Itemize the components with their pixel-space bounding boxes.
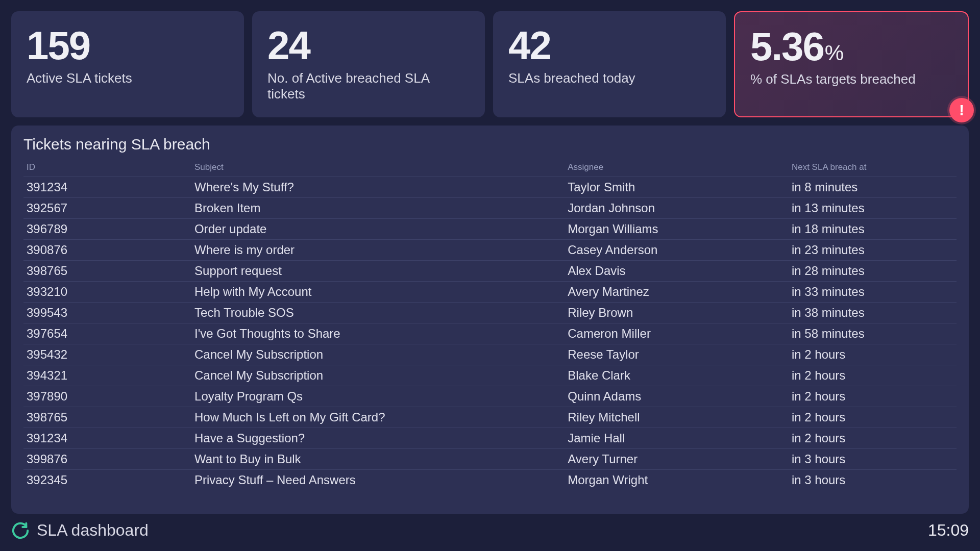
table-row[interactable]: 399876Want to Buy in BulkAvery Turnerin …	[23, 449, 957, 470]
table-title: Tickets nearing SLA breach	[23, 136, 957, 153]
cell-assignee: Quinn Adams	[565, 386, 789, 407]
clock: 15:09	[928, 521, 969, 540]
cell-assignee: Avery Turner	[565, 449, 789, 470]
tickets-table-card: Tickets nearing SLA breach ID Subject As…	[11, 126, 969, 514]
card-breached-active: 24 No. of Active breached SLA tickets	[252, 11, 485, 117]
cell-subject: Help with My Account	[191, 282, 565, 303]
cell-breach: in 23 minutes	[789, 240, 957, 261]
cell-breach: in 18 minutes	[789, 219, 957, 240]
cell-assignee: Taylor Smith	[565, 177, 789, 198]
cell-subject: Cancel My Subscription	[191, 365, 565, 386]
cell-breach: in 2 hours	[789, 365, 957, 386]
card-pct-breached: 5.36% % of SLAs targets breached !	[734, 11, 969, 117]
cell-subject: Want to Buy in Bulk	[191, 449, 565, 470]
table-row[interactable]: 391234Have a Suggestion?Jamie Hallin 2 h…	[23, 428, 957, 449]
table-row[interactable]: 398765How Much Is Left on My Gift Card?R…	[23, 407, 957, 428]
footer-left: SLA dashboard	[11, 521, 149, 540]
table-row[interactable]: 393210Help with My AccountAvery Martinez…	[23, 282, 957, 303]
cell-id: 395432	[23, 344, 191, 365]
table-row[interactable]: 395432Cancel My SubscriptionReese Taylor…	[23, 344, 957, 365]
cell-breach: in 28 minutes	[789, 261, 957, 282]
cell-subject: Have a Suggestion?	[191, 428, 565, 449]
cell-assignee: Riley Brown	[565, 303, 789, 323]
cell-subject: Tech Trouble SOS	[191, 303, 565, 323]
cell-id: 391234	[23, 428, 191, 449]
cell-id: 398765	[23, 407, 191, 428]
cell-breach: in 8 minutes	[789, 177, 957, 198]
table-row[interactable]: 392345Privacy Stuff – Need AnswersMorgan…	[23, 470, 957, 491]
card-breached-today-value: 42	[508, 26, 710, 65]
cell-assignee: Alex Davis	[565, 261, 789, 282]
cell-id: 392567	[23, 198, 191, 219]
cell-subject: Cancel My Subscription	[191, 344, 565, 365]
cell-id: 392345	[23, 470, 191, 491]
cell-subject: Privacy Stuff – Need Answers	[191, 470, 565, 491]
table-row[interactable]: 394321Cancel My SubscriptionBlake Clarki…	[23, 365, 957, 386]
cell-id: 393210	[23, 282, 191, 303]
page-title: SLA dashboard	[37, 521, 149, 540]
cell-breach: in 13 minutes	[789, 198, 957, 219]
cell-subject: How Much Is Left on My Gift Card?	[191, 407, 565, 428]
col-breach[interactable]: Next SLA breach at	[789, 158, 957, 177]
card-pct-breached-number: 5.36	[750, 24, 824, 69]
card-pct-breached-value: 5.36%	[750, 27, 952, 66]
cell-id: 398765	[23, 261, 191, 282]
cell-breach: in 3 hours	[789, 449, 957, 470]
cell-id: 396789	[23, 219, 191, 240]
cell-assignee: Jordan Johnson	[565, 198, 789, 219]
cell-breach: in 38 minutes	[789, 303, 957, 323]
table-row[interactable]: 398765Support requestAlex Davisin 28 min…	[23, 261, 957, 282]
card-active-sla: 159 Active SLA tickets	[11, 11, 244, 117]
cell-assignee: Casey Anderson	[565, 240, 789, 261]
card-active-sla-value: 159	[27, 26, 229, 65]
alert-icon: !	[949, 98, 974, 122]
cell-subject: Broken Item	[191, 198, 565, 219]
cell-assignee: Blake Clark	[565, 365, 789, 386]
cell-assignee: Avery Martinez	[565, 282, 789, 303]
cell-breach: in 2 hours	[789, 344, 957, 365]
table-row[interactable]: 391234Where's My Stuff?Taylor Smithin 8 …	[23, 177, 957, 198]
cell-subject: Where is my order	[191, 240, 565, 261]
col-id[interactable]: ID	[23, 158, 191, 177]
card-pct-breached-label: % of SLAs targets breached	[750, 71, 952, 87]
cell-subject: I've Got Thoughts to Share	[191, 323, 565, 344]
cell-breach: in 2 hours	[789, 407, 957, 428]
table-row[interactable]: 390876Where is my orderCasey Andersonin …	[23, 240, 957, 261]
cell-id: 390876	[23, 240, 191, 261]
cell-assignee: Cameron Miller	[565, 323, 789, 344]
tickets-table: ID Subject Assignee Next SLA breach at 3…	[23, 158, 957, 490]
cell-breach: in 58 minutes	[789, 323, 957, 344]
cell-assignee: Reese Taylor	[565, 344, 789, 365]
table-row[interactable]: 392567Broken ItemJordan Johnsonin 13 min…	[23, 198, 957, 219]
cell-breach: in 33 minutes	[789, 282, 957, 303]
table-row[interactable]: 397890Loyalty Program QsQuinn Adamsin 2 …	[23, 386, 957, 407]
cell-assignee: Jamie Hall	[565, 428, 789, 449]
cell-subject: Support request	[191, 261, 565, 282]
cell-assignee: Riley Mitchell	[565, 407, 789, 428]
card-breached-active-value: 24	[267, 26, 470, 65]
cell-id: 391234	[23, 177, 191, 198]
table-row[interactable]: 399543Tech Trouble SOSRiley Brownin 38 m…	[23, 303, 957, 323]
card-breached-active-label: No. of Active breached SLA tickets	[267, 70, 470, 102]
card-pct-breached-unit: %	[825, 41, 843, 65]
cell-breach: in 3 hours	[789, 470, 957, 491]
cell-assignee: Morgan Williams	[565, 219, 789, 240]
metric-cards-row: 159 Active SLA tickets 24 No. of Active …	[11, 11, 969, 117]
cell-id: 394321	[23, 365, 191, 386]
cell-subject: Order update	[191, 219, 565, 240]
cell-breach: in 2 hours	[789, 386, 957, 407]
card-active-sla-label: Active SLA tickets	[27, 70, 229, 86]
cell-subject: Loyalty Program Qs	[191, 386, 565, 407]
card-breached-today: 42 SLAs breached today	[493, 11, 726, 117]
table-header-row: ID Subject Assignee Next SLA breach at	[23, 158, 957, 177]
col-subject[interactable]: Subject	[191, 158, 565, 177]
table-row[interactable]: 396789Order updateMorgan Williamsin 18 m…	[23, 219, 957, 240]
col-assignee[interactable]: Assignee	[565, 158, 789, 177]
footer: SLA dashboard 15:09	[11, 514, 969, 540]
cell-id: 399543	[23, 303, 191, 323]
cell-id: 397654	[23, 323, 191, 344]
cell-breach: in 2 hours	[789, 428, 957, 449]
table-row[interactable]: 397654I've Got Thoughts to ShareCameron …	[23, 323, 957, 344]
card-breached-today-label: SLAs breached today	[508, 70, 710, 86]
cell-subject: Where's My Stuff?	[191, 177, 565, 198]
